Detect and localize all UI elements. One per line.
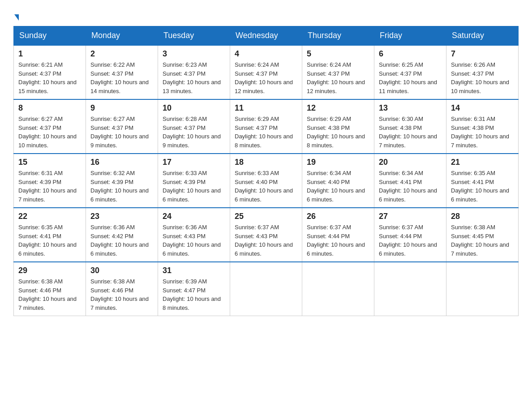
day-number: 1: [18, 49, 81, 59]
weekday-header-tuesday: Tuesday: [158, 26, 230, 46]
calendar-cell: 12Sunrise: 6:29 AMSunset: 4:38 PMDayligh…: [302, 99, 374, 154]
logo: [13, 9, 19, 21]
calendar-cell: 14Sunrise: 6:31 AMSunset: 4:38 PMDayligh…: [446, 99, 519, 154]
calendar-cell: 30Sunrise: 6:38 AMSunset: 4:46 PMDayligh…: [86, 262, 158, 316]
day-info: Sunrise: 6:37 AMSunset: 4:43 PMDaylight:…: [235, 223, 297, 258]
calendar-cell: 26Sunrise: 6:37 AMSunset: 4:44 PMDayligh…: [302, 208, 374, 262]
week-row-4: 22Sunrise: 6:35 AMSunset: 4:41 PMDayligh…: [14, 208, 519, 262]
calendar-cell: 22Sunrise: 6:35 AMSunset: 4:41 PMDayligh…: [14, 208, 86, 262]
day-number: 21: [451, 158, 514, 167]
day-info: Sunrise: 6:34 AMSunset: 4:40 PMDaylight:…: [307, 169, 369, 204]
day-info: Sunrise: 6:29 AMSunset: 4:37 PMDaylight:…: [235, 115, 297, 150]
weekday-header-wednesday: Wednesday: [230, 26, 302, 46]
calendar-cell: [374, 262, 446, 316]
calendar-cell: 11Sunrise: 6:29 AMSunset: 4:37 PMDayligh…: [230, 99, 302, 154]
day-number: 17: [163, 158, 225, 167]
calendar-cell: 25Sunrise: 6:37 AMSunset: 4:43 PMDayligh…: [230, 208, 302, 262]
day-info: Sunrise: 6:31 AMSunset: 4:38 PMDaylight:…: [451, 115, 514, 150]
calendar-cell: 3Sunrise: 6:23 AMSunset: 4:37 PMDaylight…: [158, 45, 230, 99]
weekday-header-saturday: Saturday: [446, 26, 519, 46]
day-info: Sunrise: 6:33 AMSunset: 4:40 PMDaylight:…: [235, 169, 297, 204]
calendar-cell: [230, 262, 302, 316]
day-number: 2: [90, 49, 153, 59]
day-info: Sunrise: 6:24 AMSunset: 4:37 PMDaylight:…: [235, 60, 297, 95]
calendar-cell: 29Sunrise: 6:38 AMSunset: 4:46 PMDayligh…: [14, 262, 86, 316]
day-info: Sunrise: 6:30 AMSunset: 4:38 PMDaylight:…: [379, 115, 442, 150]
day-number: 19: [307, 158, 369, 167]
day-number: 13: [379, 103, 442, 113]
day-info: Sunrise: 6:28 AMSunset: 4:37 PMDaylight:…: [163, 115, 225, 150]
calendar-cell: 24Sunrise: 6:36 AMSunset: 4:43 PMDayligh…: [158, 208, 230, 262]
day-info: Sunrise: 6:22 AMSunset: 4:37 PMDaylight:…: [90, 60, 153, 95]
day-number: 27: [379, 212, 442, 221]
day-number: 11: [235, 103, 297, 113]
calendar-cell: 5Sunrise: 6:24 AMSunset: 4:37 PMDaylight…: [302, 45, 374, 99]
day-info: Sunrise: 6:36 AMSunset: 4:42 PMDaylight:…: [90, 223, 153, 258]
day-info: Sunrise: 6:37 AMSunset: 4:44 PMDaylight:…: [379, 223, 442, 258]
day-number: 26: [307, 212, 369, 221]
calendar-cell: 20Sunrise: 6:34 AMSunset: 4:41 PMDayligh…: [374, 154, 446, 208]
day-info: Sunrise: 6:32 AMSunset: 4:39 PMDaylight:…: [90, 169, 153, 204]
calendar-cell: 9Sunrise: 6:27 AMSunset: 4:37 PMDaylight…: [86, 99, 158, 154]
calendar-cell: 28Sunrise: 6:38 AMSunset: 4:45 PMDayligh…: [446, 208, 519, 262]
day-number: 18: [235, 158, 297, 167]
day-info: Sunrise: 6:35 AMSunset: 4:41 PMDaylight:…: [18, 223, 81, 258]
day-info: Sunrise: 6:35 AMSunset: 4:41 PMDaylight:…: [451, 169, 514, 204]
weekday-header-friday: Friday: [374, 26, 446, 46]
week-row-3: 15Sunrise: 6:31 AMSunset: 4:39 PMDayligh…: [14, 154, 519, 208]
day-info: Sunrise: 6:27 AMSunset: 4:37 PMDaylight:…: [18, 115, 81, 150]
day-number: 25: [235, 212, 297, 221]
day-number: 7: [451, 49, 514, 59]
calendar-cell: [302, 262, 374, 316]
day-info: Sunrise: 6:23 AMSunset: 4:37 PMDaylight:…: [163, 60, 225, 95]
day-number: 29: [18, 266, 81, 275]
day-info: Sunrise: 6:38 AMSunset: 4:46 PMDaylight:…: [18, 277, 81, 312]
day-number: 23: [90, 212, 153, 221]
weekday-header-monday: Monday: [86, 26, 158, 46]
calendar-cell: 6Sunrise: 6:25 AMSunset: 4:37 PMDaylight…: [374, 45, 446, 99]
calendar-cell: 2Sunrise: 6:22 AMSunset: 4:37 PMDaylight…: [86, 45, 158, 99]
day-info: Sunrise: 6:33 AMSunset: 4:39 PMDaylight:…: [163, 169, 225, 204]
day-info: Sunrise: 6:38 AMSunset: 4:45 PMDaylight:…: [451, 223, 514, 258]
day-number: 16: [90, 158, 153, 167]
calendar-cell: 18Sunrise: 6:33 AMSunset: 4:40 PMDayligh…: [230, 154, 302, 208]
calendar-cell: [446, 262, 519, 316]
day-info: Sunrise: 6:27 AMSunset: 4:37 PMDaylight:…: [90, 115, 153, 150]
calendar-table: SundayMondayTuesdayWednesdayThursdayFrid…: [13, 26, 519, 316]
day-number: 5: [307, 49, 369, 59]
calendar-cell: 31Sunrise: 6:39 AMSunset: 4:47 PMDayligh…: [158, 262, 230, 316]
weekday-header-thursday: Thursday: [302, 26, 374, 46]
day-number: 3: [163, 49, 225, 59]
day-info: Sunrise: 6:26 AMSunset: 4:37 PMDaylight:…: [451, 60, 514, 95]
calendar-cell: 19Sunrise: 6:34 AMSunset: 4:40 PMDayligh…: [302, 154, 374, 208]
calendar-cell: 17Sunrise: 6:33 AMSunset: 4:39 PMDayligh…: [158, 154, 230, 208]
weekday-header-sunday: Sunday: [14, 26, 86, 46]
day-number: 31: [163, 266, 225, 275]
day-info: Sunrise: 6:31 AMSunset: 4:39 PMDaylight:…: [18, 169, 81, 204]
day-number: 20: [379, 158, 442, 167]
day-number: 9: [90, 103, 153, 113]
calendar-cell: 16Sunrise: 6:32 AMSunset: 4:39 PMDayligh…: [86, 154, 158, 208]
logo-general-row: [13, 9, 19, 21]
day-info: Sunrise: 6:38 AMSunset: 4:46 PMDaylight:…: [90, 277, 153, 312]
day-number: 8: [18, 103, 81, 113]
day-info: Sunrise: 6:39 AMSunset: 4:47 PMDaylight:…: [163, 277, 225, 312]
day-number: 30: [90, 266, 153, 275]
day-number: 6: [379, 49, 442, 59]
day-number: 28: [451, 212, 514, 221]
calendar-cell: 1Sunrise: 6:21 AMSunset: 4:37 PMDaylight…: [14, 45, 86, 99]
calendar-cell: 23Sunrise: 6:36 AMSunset: 4:42 PMDayligh…: [86, 208, 158, 262]
calendar-cell: 15Sunrise: 6:31 AMSunset: 4:39 PMDayligh…: [14, 154, 86, 208]
day-info: Sunrise: 6:34 AMSunset: 4:41 PMDaylight:…: [379, 169, 442, 204]
weekday-header-row: SundayMondayTuesdayWednesdayThursdayFrid…: [14, 26, 519, 46]
day-info: Sunrise: 6:21 AMSunset: 4:37 PMDaylight:…: [18, 60, 81, 95]
calendar-cell: 4Sunrise: 6:24 AMSunset: 4:37 PMDaylight…: [230, 45, 302, 99]
day-number: 10: [163, 103, 225, 113]
day-info: Sunrise: 6:24 AMSunset: 4:37 PMDaylight:…: [307, 60, 369, 95]
day-number: 24: [163, 212, 225, 221]
calendar-cell: 27Sunrise: 6:37 AMSunset: 4:44 PMDayligh…: [374, 208, 446, 262]
week-row-5: 29Sunrise: 6:38 AMSunset: 4:46 PMDayligh…: [14, 262, 519, 316]
calendar-cell: 8Sunrise: 6:27 AMSunset: 4:37 PMDaylight…: [14, 99, 86, 154]
calendar-cell: 13Sunrise: 6:30 AMSunset: 4:38 PMDayligh…: [374, 99, 446, 154]
day-number: 15: [18, 158, 81, 167]
